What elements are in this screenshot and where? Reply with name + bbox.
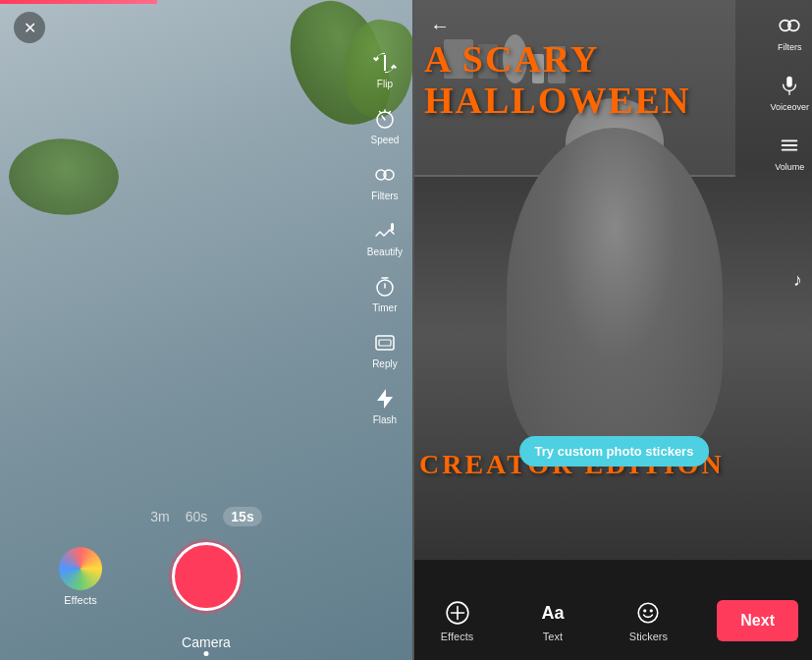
recording-progress-bar [0,0,157,4]
speed-label: Speed [370,135,399,145]
video-filters-button[interactable]: Filters [774,10,805,52]
volume-button[interactable]: Volume [774,130,805,172]
camera-toolbar: Flip Speed Filters [367,49,403,425]
flip-label: Flip [377,79,393,89]
filters-button[interactable]: Filters [371,161,399,201]
effects-tool-label: Effects [441,631,473,642]
filters-icon [371,161,399,189]
record-button[interactable] [172,542,241,611]
stickers-tool-icon [634,599,662,627]
svg-point-16 [639,603,659,623]
flip-icon [371,49,399,77]
svg-rect-0 [384,55,386,71]
stickers-tool-label: Stickers [629,631,668,642]
halloween-title: A SCARY HALLOWEEN [424,39,735,122]
flash-label: Flash [373,414,397,425]
volume-icon [774,130,805,161]
effects-icon [59,547,102,590]
camera-bottom-controls: 3m 60s 15s Effects [0,507,412,611]
volume-label: Volume [775,162,804,172]
voiceover-button[interactable]: Voiceover [770,70,809,112]
duration-options: 3m 60s 15s [150,507,261,526]
close-button[interactable]: ✕ [14,12,45,43]
video-filters-icon [774,10,805,41]
text-tool-label: Text [543,631,563,642]
reply-label: Reply [372,358,398,369]
camera-label: Camera [0,634,412,650]
editor-panel: A SCARY HALLOWEEN CREATOR EDITION ← Filt… [414,0,812,660]
video-area: A SCARY HALLOWEEN CREATOR EDITION ← Filt… [414,0,812,560]
title-line1: A SCARY [424,39,735,81]
duration-15s[interactable]: 15s [223,507,261,526]
beautify-button[interactable]: Beautify [367,217,403,257]
camera-dot [204,651,209,656]
speed-button[interactable]: Speed [370,105,399,145]
camera-controls-row: Effects [0,542,412,611]
timer-label: Timer [372,302,397,313]
svg-rect-7 [379,340,391,346]
beautify-icon [371,217,399,245]
duration-3m[interactable]: 3m [150,509,169,524]
next-button[interactable]: Next [717,600,798,641]
filters-label: Filters [371,191,398,201]
video-toolbar: Filters Voiceover [770,10,809,172]
back-button[interactable]: ← [424,10,456,41]
sticker-banner[interactable]: Try custom photo stickers [519,436,710,467]
person-body [507,128,723,462]
timer-button[interactable]: Timer [371,273,399,313]
camera-panel: ✕ Flip Speed [0,0,412,660]
voiceover-icon [774,70,805,101]
effects-button[interactable]: Effects [59,547,102,606]
duration-60s[interactable]: 60s [186,509,208,524]
reply-button[interactable]: Reply [371,329,399,369]
effects-tool-button[interactable]: Effects [430,599,484,642]
flash-button[interactable]: Flash [371,385,399,425]
voiceover-label: Voiceover [770,102,809,112]
editor-bottom-bar: Effects Aa Text Stickers Next [414,581,812,660]
text-tool-button[interactable]: Aa Text [525,599,579,642]
title-line2: HALLOWEEN [424,81,735,122]
music-note-icon: ♪ [793,270,802,291]
svg-rect-4 [391,223,394,231]
svg-point-18 [650,609,653,612]
video-filters-label: Filters [778,42,802,52]
reply-icon [371,329,399,357]
svg-rect-10 [786,77,792,87]
flash-icon [371,385,399,412]
stickers-tool-button[interactable]: Stickers [622,599,676,642]
flip-button[interactable]: Flip [371,49,399,89]
svg-point-17 [644,609,647,612]
effects-tool-icon [444,599,471,627]
beautify-label: Beautify [367,247,403,257]
text-tool-icon: Aa [539,599,567,627]
speed-icon [371,105,399,133]
timer-icon [371,273,399,301]
effects-label: Effects [64,594,96,606]
